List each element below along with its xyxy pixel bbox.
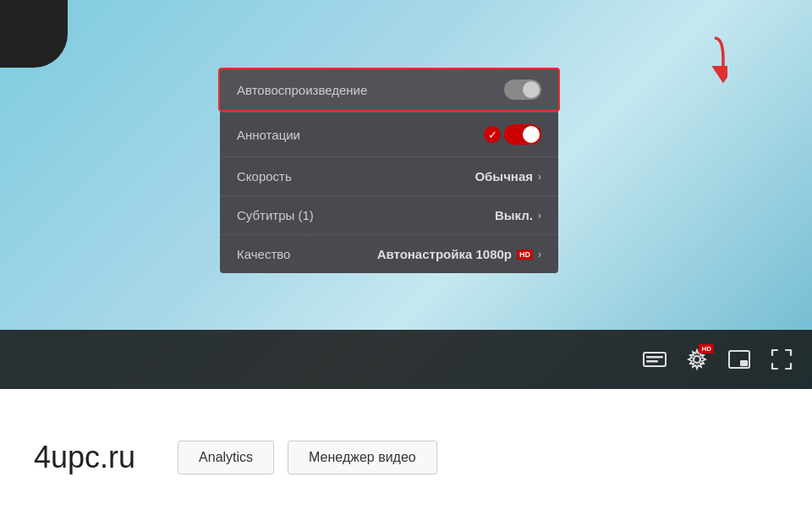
subtitles-label: Субтитры (1) (237, 208, 314, 222)
autoplay-toggle[interactable] (504, 79, 541, 100)
speed-value-container: Обычная › (475, 169, 541, 184)
svg-rect-3 (646, 360, 658, 363)
settings-control-icon[interactable]: HD (683, 346, 710, 373)
svg-point-4 (694, 356, 700, 363)
check-icon: ✓ (484, 126, 501, 143)
toggle-knob (523, 81, 540, 98)
autoplay-row[interactable]: Автовоспроизведение (220, 68, 558, 112)
subtitles-row[interactable]: Субтитры (1) Выкл. › (220, 196, 558, 235)
speed-label: Скорость (237, 169, 292, 184)
speed-chevron: › (538, 171, 541, 183)
video-manager-button[interactable]: Менеджер видео (288, 441, 437, 474)
quality-value-container: Автонастройка 1080р HD › (377, 247, 541, 261)
autoplay-label: Автовоспроизведение (237, 83, 367, 97)
annotations-toggle-container: ✓ (484, 124, 541, 145)
quality-label: Качество (237, 247, 290, 261)
avatar (0, 0, 68, 68)
video-controls-bar: HD (0, 330, 812, 389)
settings-menu: Автовоспроизведение Аннотации ✓ Скорость… (220, 68, 558, 273)
svg-rect-6 (740, 360, 748, 366)
red-arrow (677, 34, 727, 85)
bottom-section: 4upc.ru Analytics Менеджер видео (0, 389, 812, 526)
subtitles-chevron: › (538, 210, 541, 222)
fullscreen-control-icon[interactable] (768, 346, 795, 373)
quality-chevron: › (538, 249, 541, 260)
quality-value: Автонастройка 1080р (377, 247, 512, 261)
annotations-row[interactable]: Аннотации ✓ (220, 112, 558, 157)
svg-rect-2 (646, 356, 663, 359)
subtitles-value: Выкл. (495, 208, 533, 222)
annotations-toggle[interactable] (504, 124, 541, 145)
subtitles-control-icon[interactable] (641, 346, 668, 373)
annotations-label: Аннотации (237, 128, 300, 142)
miniplayer-control-icon[interactable] (726, 346, 753, 373)
speed-value: Обычная (475, 169, 533, 184)
hd-badge: HD (517, 249, 533, 260)
bottom-buttons: Analytics Менеджер видео (178, 441, 437, 474)
svg-rect-1 (644, 353, 666, 366)
speed-row[interactable]: Скорость Обычная › (220, 157, 558, 196)
subtitles-value-container: Выкл. › (495, 208, 541, 222)
hd-badge-ctrl: HD (699, 344, 714, 353)
channel-title: 4upc.ru (34, 440, 135, 475)
toggle-knob (523, 126, 540, 143)
quality-row[interactable]: Качество Автонастройка 1080р HD › (220, 235, 558, 273)
video-player: Автовоспроизведение Аннотации ✓ Скорость… (0, 0, 812, 389)
analytics-button[interactable]: Analytics (178, 441, 274, 474)
